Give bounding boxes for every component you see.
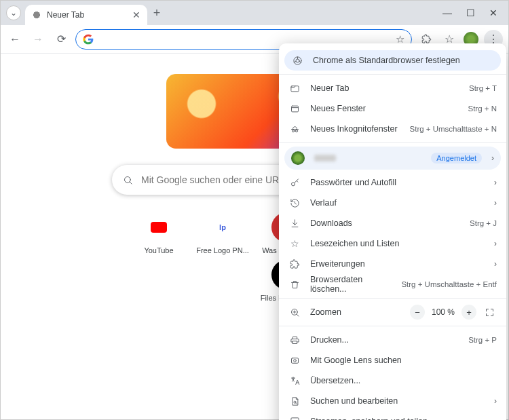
window-controls: — ☐ ✕ bbox=[442, 7, 503, 18]
minimize-button[interactable]: — bbox=[442, 7, 453, 18]
menu-incognito[interactable]: Neues Inkognitofenster Strg + Umschaltta… bbox=[279, 119, 506, 139]
omnibox-input[interactable] bbox=[99, 34, 390, 44]
browser-icon bbox=[291, 56, 303, 66]
google-logo-icon bbox=[83, 34, 94, 45]
menu-profile[interactable]: Angemeldet › bbox=[284, 147, 501, 170]
reload-button[interactable]: ⟳ bbox=[52, 31, 70, 48]
svg-rect-4 bbox=[291, 106, 298, 112]
chevron-right-icon: › bbox=[494, 239, 497, 248]
chevron-right-icon: › bbox=[494, 259, 497, 269]
menu-find[interactable]: Suchen und bearbeiten › bbox=[279, 391, 506, 411]
profile-avatar-icon bbox=[291, 151, 305, 165]
menu-translate[interactable]: Übersetzen... bbox=[279, 370, 506, 391]
key-icon bbox=[288, 178, 301, 188]
close-tab-icon[interactable]: ✕ bbox=[132, 9, 140, 20]
back-button[interactable]: ← bbox=[6, 31, 24, 48]
chevron-right-icon: › bbox=[494, 396, 497, 406]
zoom-icon bbox=[288, 307, 301, 318]
history-icon bbox=[288, 198, 301, 208]
menu-downloads[interactable]: Downloads Strg + J bbox=[279, 213, 506, 233]
menu-print[interactable]: Drucken... Strg + P bbox=[279, 330, 506, 350]
cast-icon bbox=[288, 417, 301, 421]
chevron-right-icon: › bbox=[491, 153, 494, 163]
svg-point-10 bbox=[293, 359, 296, 362]
shortcut-freelogo[interactable]: lpFree Logo PN... bbox=[194, 212, 251, 254]
document-search-icon bbox=[288, 396, 301, 406]
tab-title: Neuer Tab bbox=[47, 10, 127, 20]
chevron-right-icon: › bbox=[494, 417, 497, 420]
svg-point-2 bbox=[296, 59, 299, 62]
tab-search-button[interactable]: ⌄ bbox=[6, 5, 21, 20]
star-icon: ☆ bbox=[288, 238, 301, 249]
menu-bookmarks[interactable]: ☆ Lesezeichen und Listen › bbox=[279, 233, 506, 254]
zoom-value: 100 % bbox=[430, 307, 456, 317]
lens-icon bbox=[288, 356, 301, 366]
tab-favicon bbox=[32, 10, 41, 20]
titlebar: ⌄ Neuer Tab ✕ + — ☐ ✕ bbox=[1, 1, 508, 25]
profile-name-redacted bbox=[314, 155, 336, 161]
print-icon bbox=[288, 335, 301, 345]
menu-extensions[interactable]: Erweiterungen › bbox=[279, 254, 506, 274]
download-icon bbox=[288, 218, 301, 229]
svg-rect-9 bbox=[291, 358, 298, 363]
puzzle-icon bbox=[288, 259, 301, 269]
translate-icon bbox=[288, 376, 301, 386]
new-tab-button[interactable]: + bbox=[147, 6, 166, 20]
incognito-icon bbox=[288, 124, 301, 134]
shortcut-youtube[interactable]: YouTube bbox=[130, 212, 187, 254]
menu-zoom: Zoomen − 100 % + bbox=[279, 302, 506, 322]
profile-status-badge: Angemeldet bbox=[431, 153, 482, 164]
menu-new-tab[interactable]: Neuer Tab Strg + T bbox=[279, 78, 506, 98]
menu-default-browser[interactable]: Chrome als Standardbrowser festlegen bbox=[284, 50, 501, 71]
zoom-in-button[interactable]: + bbox=[461, 305, 476, 320]
search-icon bbox=[123, 175, 133, 185]
menu-lens[interactable]: Mit Google Lens suchen bbox=[279, 350, 506, 370]
window-icon bbox=[288, 104, 301, 114]
browser-tab[interactable]: Neuer Tab ✕ bbox=[25, 5, 147, 25]
forward-button[interactable]: → bbox=[29, 31, 47, 48]
zoom-out-button[interactable]: − bbox=[410, 305, 425, 320]
menu-new-window[interactable]: Neues Fenster Strg + N bbox=[279, 98, 506, 119]
menu-passwords[interactable]: Passwörter und Autofill › bbox=[279, 172, 506, 193]
maximize-button[interactable]: ☐ bbox=[465, 7, 476, 18]
menu-cast[interactable]: Streamen, speichern und teilen › bbox=[279, 411, 506, 420]
close-window-button[interactable]: ✕ bbox=[488, 7, 499, 18]
menu-clear-data[interactable]: Browserdaten löschen... Strg + Umschaltt… bbox=[279, 274, 506, 294]
chevron-right-icon: › bbox=[494, 178, 497, 187]
menu-history[interactable]: Verlauf › bbox=[279, 193, 506, 213]
trash-icon bbox=[288, 280, 301, 290]
fullscreen-icon[interactable] bbox=[482, 305, 497, 320]
tab-icon bbox=[288, 83, 301, 94]
chevron-right-icon: › bbox=[494, 198, 497, 208]
chrome-menu: Chrome als Standardbrowser festlegen Neu… bbox=[279, 43, 506, 420]
